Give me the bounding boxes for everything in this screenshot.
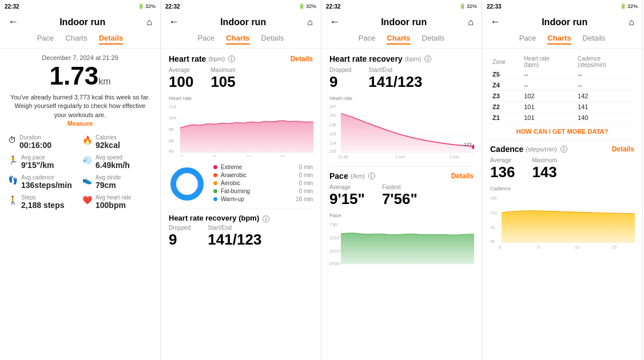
stat-avg-pace: 🏃 Avg pace 9'15"/km [8,154,78,170]
route-icon-3[interactable]: ⌂ [468,17,474,27]
content-1: December 7, 2024 at 21:29 1.73km You've … [0,49,160,360]
status-bar-3: 22:32 🔋 32% [321,0,482,13]
header-1: ← Indoor run ⌂ [0,13,160,31]
stat-avg-speed: 💨 Avg speed 6.49km/h [82,154,152,170]
divider-3 [329,166,474,167]
title-3: Indoor run [381,17,427,27]
calorie-message: You've already burned 3,773 kcal this we… [8,93,152,129]
pace-icon: 🏃 [8,155,18,165]
zone-warmup-dot [213,197,217,201]
speed-icon: 💨 [82,155,92,165]
svg-text:5: 5 [538,245,540,249]
back-button-2[interactable]: ← [169,16,179,28]
measure-link[interactable]: Measure [67,120,93,127]
svg-text:10: 10 [247,154,252,157]
zones-row: Extreme 0 min Anaerobic 0 min Aerobic 0 … [169,164,313,204]
svg-text:38: 38 [490,239,495,243]
hrr2-info-icon[interactable]: i [424,55,431,62]
stats-grid: ⏱ Duration 00:16:00 🔥 Calories 92kcal 🏃 … [8,134,152,210]
table-row: Z3 102 142 [490,91,634,102]
svg-text:25'06": 25'06" [329,262,341,266]
svg-text:15: 15 [280,154,285,157]
zone-extreme-dot [213,165,217,169]
cadence-info-icon[interactable]: i [560,146,567,153]
hr-avg-max: Average 100 Maximum 105 [169,67,313,91]
time-1: 22:32 [5,3,19,10]
date-line: December 7, 2024 at 21:29 [8,54,152,61]
tab-pace-4[interactable]: Pace [519,34,536,45]
tab-details-3[interactable]: Details [422,34,445,45]
svg-text:76: 76 [490,226,495,230]
hrr-chart-svg: 147 141 136 125 114 103 123 21:46 1 min … [329,102,474,159]
title-1: Indoor run [59,17,105,27]
tab-charts-2[interactable]: Charts [226,34,249,45]
stat-calories: 🔥 Calories 92kcal [82,134,152,150]
pace-chart-label: Pace [329,213,474,218]
tabs-2: Pace Charts Details [161,31,321,49]
pace-details-link[interactable]: Details [451,172,474,180]
tab-details-4[interactable]: Details [583,34,606,45]
svg-text:7'30": 7'30" [329,223,339,227]
hr-info-icon[interactable]: i [228,55,235,62]
stat-avg-hr: ❤️ Avg heart rate 100bpm [82,194,152,210]
tab-charts-3[interactable]: Charts [387,34,410,45]
svg-text:15: 15 [612,245,617,249]
back-button-4[interactable]: ← [490,16,500,28]
svg-text:123: 123 [464,142,472,147]
back-button-1[interactable]: ← [8,16,18,28]
hrr-chart-label: Heart rate [329,95,474,101]
svg-text:10: 10 [575,245,579,249]
svg-text:88: 88 [169,138,174,143]
back-button-3[interactable]: ← [329,16,340,28]
svg-text:114: 114 [329,141,336,145]
hrr-info-icon[interactable]: i [263,215,269,222]
pace-avg-fastest: Average 9'15" Fastest 7'56" [329,184,474,208]
tab-details-1[interactable]: Details [99,34,124,45]
hrr2-dropped-row: Dropped 9 Start/End 141/123 [329,67,474,91]
route-icon-4[interactable]: ⌂ [629,17,634,27]
svg-text:21:46: 21:46 [338,155,348,159]
tab-charts-1[interactable]: Charts [65,34,87,45]
svg-text:19'14": 19'14" [329,249,341,253]
col-cadence: Cadence(steps/min) [575,54,634,69]
how-to-link[interactable]: HOW CAN I GET MORE DATA? [490,128,634,135]
tab-details-2[interactable]: Details [261,34,284,45]
pace-chart-svg: 7'30" 13'22" 19'14" 25'06" [329,219,474,271]
title-4: Indoor run [542,17,587,27]
zone-aerobic: Aerobic 0 min [213,180,313,186]
tab-pace-1[interactable]: Pace [37,34,54,45]
stat-avg-cadence: 👣 Avg cadence 136steps/min [8,174,78,190]
cadence-details-link[interactable]: Details [612,145,634,153]
svg-point-15 [173,170,201,198]
cadence-maximum: Maximum 143 [532,157,556,181]
battery-1: 🔋 32% [138,3,156,9]
tab-pace-2[interactable]: Pace [198,34,215,45]
content-3: Heart rate recovery (bpm) i Dropped 9 St… [321,49,482,360]
hrr-section-title: Heart rate recovery (bpm) i [329,54,474,63]
table-row: Z4 -- -- [490,80,634,91]
svg-text:112: 112 [169,104,177,109]
route-icon-2[interactable]: ⌂ [307,17,313,27]
svg-text:80: 80 [169,149,174,154]
panel-details: 22:32 🔋 32% ← Indoor run ⌂ Pace Charts D… [0,0,161,360]
tab-charts-4[interactable]: Charts [547,34,571,45]
battery-3: 🔋 32% [459,3,477,9]
cadence-chart-label: Cadence [490,186,634,191]
pace-info-icon[interactable]: i [368,173,375,179]
tabs-3: Pace Charts Details [321,31,482,49]
battery-4: 🔋 32% [620,3,638,9]
hrr-mini-title: Heart rate recovery (bpm) i [169,214,313,222]
svg-text:141: 141 [329,113,336,117]
hrr2-dropped: Dropped 9 [329,67,351,91]
steps-icon: 🚶 [8,195,18,205]
col-zone: Zone [490,54,522,69]
pace-fastest: Fastest 7'56" [382,184,418,208]
route-icon-1[interactable]: ⌂ [146,17,152,27]
tab-pace-3[interactable]: Pace [359,34,376,45]
duration-icon: ⏱ [8,135,16,145]
hrr2-startend: Start/End 141/123 [368,67,422,91]
hr-details-link[interactable]: Details [291,55,313,63]
zone-fatburning: Fat-burning 0 min [213,188,313,194]
zone-table: Zone Heart rate(bpm) Cadence(steps/min) … [490,54,634,123]
cadence-section-title: Cadence (steps/min) i Details [490,145,634,154]
